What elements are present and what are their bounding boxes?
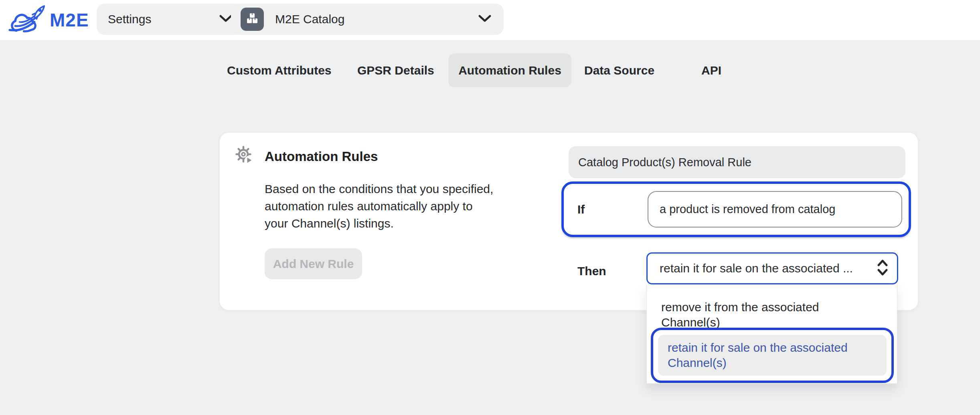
- app-switcher-dropdown[interactable]: M2E Catalog: [231, 4, 504, 35]
- rule-name-field[interactable]: Catalog Product(s) Removal Rule: [569, 146, 905, 178]
- then-action-select[interactable]: retain it for sale on the associated ...: [646, 252, 898, 284]
- tab-data-source[interactable]: Data Source: [584, 53, 654, 87]
- dropdown-option-retain[interactable]: retain it for sale on the associated Cha…: [651, 328, 894, 383]
- then-action-selected-value: retain it for sale on the associated ...: [660, 262, 875, 275]
- select-spinner-icon: [875, 256, 890, 280]
- m2e-logo[interactable]: M2E: [7, 2, 89, 38]
- dropdown-option-retain-highlight: retain it for sale on the associated Cha…: [658, 335, 887, 376]
- catalog-boxes-icon: [241, 8, 264, 31]
- then-label: Then: [577, 261, 606, 281]
- chevron-down-icon: [477, 14, 492, 25]
- logo-wordmark: M2E: [50, 9, 89, 31]
- tab-gpsr-details[interactable]: GPSR Details: [357, 53, 434, 87]
- tab-automation-rules[interactable]: Automation Rules: [448, 53, 571, 87]
- then-action-dropdown: remove it from the associated Channel(s)…: [646, 284, 897, 384]
- if-condition-group: If a product is removed from catalog: [561, 181, 911, 237]
- rule-name-value: Catalog Product(s) Removal Rule: [578, 156, 751, 169]
- add-new-rule-button[interactable]: Add New Rule: [265, 248, 362, 279]
- gear-automation-icon: [235, 145, 255, 166]
- tab-api[interactable]: API: [701, 53, 721, 87]
- settings-dropdown[interactable]: Settings: [97, 4, 244, 35]
- tab-custom-attributes[interactable]: Custom Attributes: [227, 53, 332, 87]
- page: M2E Settings: [0, 0, 980, 415]
- top-bar: M2E Settings: [0, 0, 980, 40]
- dropdown-option-remove[interactable]: remove it from the associated Channel(s): [661, 300, 878, 330]
- card-title: Automation Rules: [265, 149, 378, 164]
- if-condition-input[interactable]: a product is removed from catalog: [648, 191, 902, 228]
- rocket-cloud-logo-icon: [7, 2, 47, 38]
- dropdown-option-retain-label: retain it for sale on the associated Cha…: [658, 340, 887, 371]
- if-condition-value: a product is removed from catalog: [660, 203, 835, 216]
- app-switcher-label: M2E Catalog: [275, 12, 477, 26]
- card-description: Based on the conditions that you specifi…: [265, 180, 497, 232]
- settings-dropdown-label: Settings: [108, 12, 151, 26]
- if-label: If: [577, 184, 585, 235]
